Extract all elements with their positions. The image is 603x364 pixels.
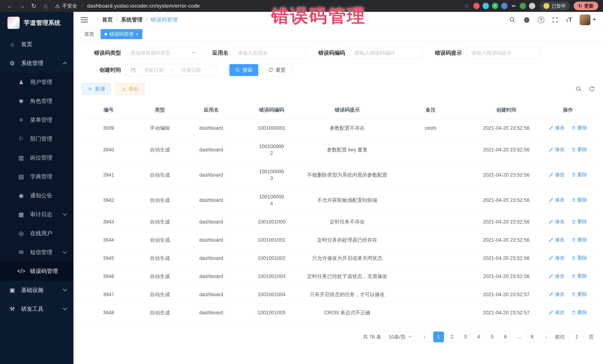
page-button[interactable]: 1 xyxy=(433,331,444,342)
sidebar-item[interactable]: ▤ 字典管理 xyxy=(0,167,73,186)
sidebar-item[interactable]: ≡ 菜单管理 xyxy=(0,110,73,129)
sidebar-item-label: 字典管理 xyxy=(30,173,52,180)
sidebar-item[interactable]: ⚙ 系统管理 xyxy=(0,54,73,73)
warning-icon: ⚠ xyxy=(55,3,60,9)
view-tab[interactable]: 错误码管理 × xyxy=(101,29,142,39)
site-security[interactable]: ⚠ 不安全 xyxy=(55,3,77,9)
delete-link[interactable]: 删除 xyxy=(571,255,587,261)
fullscreen-icon[interactable] xyxy=(552,16,558,23)
edit-link[interactable]: 修改 xyxy=(549,197,565,203)
sidebar-item[interactable]: ✉ 短信管理 xyxy=(0,243,73,262)
address-bar[interactable]: dashboard.yudao.iocoder.cn/system/error-… xyxy=(87,3,200,9)
edit-link[interactable]: 修改 xyxy=(549,171,565,178)
breadcrumb-item[interactable]: 首页 xyxy=(94,16,113,23)
search-button[interactable]: 搜索 xyxy=(229,64,258,76)
sidebar-item[interactable]: ▣ 基础设施 xyxy=(0,281,73,299)
edit-link[interactable]: 修改 xyxy=(549,218,565,225)
help-icon[interactable]: ? xyxy=(538,16,544,23)
delete-link[interactable]: 删除 xyxy=(571,273,587,279)
extension-drop-icon[interactable] xyxy=(483,3,489,9)
toggle-search-icon[interactable] xyxy=(576,86,582,92)
page-button[interactable]: 6 xyxy=(500,331,511,342)
delete-link[interactable]: 删除 xyxy=(571,124,587,131)
edit-link-label: 修改 xyxy=(555,197,565,203)
cell-actions: 修改 删除 xyxy=(541,162,595,188)
bookmark-star-icon[interactable]: ☆ xyxy=(464,2,469,10)
error-message-input[interactable] xyxy=(467,47,539,59)
edit-link[interactable]: 修改 xyxy=(549,309,565,316)
edit-link[interactable]: 修改 xyxy=(549,291,565,298)
delete-link[interactable]: 删除 xyxy=(571,236,587,243)
error-type-select[interactable]: 请选择错误码类型 xyxy=(126,47,200,59)
page-size-select[interactable]: 10条/页 xyxy=(385,331,416,342)
reload-icon[interactable]: ↻ xyxy=(29,2,39,10)
sidebar-item[interactable]: ⚐ 部门管理 xyxy=(0,129,73,148)
browser-home-icon[interactable]: ⌂ xyxy=(40,2,51,10)
user-avatar-menu[interactable] xyxy=(580,14,596,25)
extension-v-icon[interactable]: V xyxy=(492,3,498,9)
app-logo[interactable]: 芋道管理系统 xyxy=(0,12,73,34)
delete-link[interactable]: 删除 xyxy=(571,218,587,225)
tab-close-icon[interactable]: × xyxy=(136,32,139,36)
page-button[interactable]: 8 xyxy=(527,331,537,342)
avatar xyxy=(580,14,590,25)
date-range-picker[interactable]: - xyxy=(126,64,217,76)
refresh-icon[interactable] xyxy=(589,86,595,92)
error-code-input[interactable] xyxy=(350,47,423,59)
profile-paused-chip[interactable]: 已暂停 xyxy=(539,1,570,10)
browser-update-button[interactable]: ↻ 更新 xyxy=(574,2,598,10)
edit-link[interactable]: 修改 xyxy=(549,236,565,243)
sidebar-item[interactable]: </> 错误码管理 xyxy=(0,262,73,281)
add-button[interactable]: 新增 xyxy=(82,83,111,95)
next-page-button[interactable]: › xyxy=(541,331,552,342)
prev-page-button[interactable]: ‹ xyxy=(419,331,430,342)
edit-link[interactable]: 修改 xyxy=(549,255,565,261)
end-date-input[interactable] xyxy=(176,67,206,73)
font-size-icon[interactable]: TT xyxy=(566,16,572,23)
page-button[interactable]: 4 xyxy=(473,331,484,342)
extension-grid-icon[interactable] xyxy=(501,3,508,9)
breadcrumb-item[interactable]: 系统管理 xyxy=(113,16,142,23)
start-date-input[interactable] xyxy=(139,67,169,73)
forward-icon[interactable]: → xyxy=(17,2,27,10)
edit-link[interactable]: 修改 xyxy=(549,273,565,279)
cell-message: 参数配置不存在 xyxy=(305,119,389,137)
page-button[interactable]: 5 xyxy=(487,331,498,342)
breadcrumb-item[interactable]: 错误码管理 xyxy=(142,16,178,23)
goto-page-input[interactable] xyxy=(568,331,585,342)
github-icon[interactable] xyxy=(523,16,530,23)
sidebar-item[interactable]: ♚ 角色管理 xyxy=(0,92,73,110)
extension-on-icon[interactable]: on xyxy=(510,3,517,9)
sidebar-item[interactable]: ⌂ 首页 xyxy=(0,35,73,54)
reset-button[interactable]: 重置 xyxy=(262,64,291,76)
export-button[interactable]: 导出 xyxy=(116,83,144,95)
extension-pin-icon[interactable] xyxy=(529,3,535,9)
page-button[interactable]: 2 xyxy=(447,331,457,342)
cell-id: 3947 xyxy=(82,286,135,304)
sidebar-item[interactable]: ⚒ 研发工具 xyxy=(0,299,73,318)
sidebar-item[interactable]: ◉ 通知公告 xyxy=(0,186,73,205)
sidebar-item[interactable]: ◎ 在线用户 xyxy=(0,224,73,243)
delete-link[interactable]: 删除 xyxy=(571,309,587,316)
extension-leaf-icon[interactable] xyxy=(520,3,526,9)
back-icon[interactable]: ← xyxy=(5,2,15,10)
view-tab[interactable]: 首页 × xyxy=(81,29,98,39)
sidebar-item[interactable]: ♟ 用户管理 xyxy=(0,73,73,92)
edit-link[interactable]: 修改 xyxy=(549,146,565,153)
page-button[interactable]: 3 xyxy=(460,331,471,342)
delete-link[interactable]: 删除 xyxy=(571,171,587,178)
page-button[interactable]: … xyxy=(513,331,524,342)
search-icon[interactable] xyxy=(509,16,516,23)
sidebar-item[interactable]: ▥ 岗位管理 xyxy=(0,148,73,167)
delete-link[interactable]: 删除 xyxy=(571,146,587,153)
table-row: 3944 自动生成 dashboard 1001001001 定时任务的处理器已… xyxy=(82,231,595,249)
hamburger-menu-icon[interactable] xyxy=(81,16,88,23)
delete-link[interactable]: 删除 xyxy=(571,197,587,203)
edit-link[interactable]: 修改 xyxy=(549,124,565,131)
app-name-input[interactable] xyxy=(233,47,306,59)
sidebar-item[interactable]: ▦ 审计日志 xyxy=(0,205,73,224)
recording-indicator-icon[interactable] xyxy=(473,3,480,9)
sidebar-item-label: 首页 xyxy=(21,41,32,48)
edit-link-label: 修改 xyxy=(555,236,565,243)
delete-link[interactable]: 删除 xyxy=(571,291,587,298)
